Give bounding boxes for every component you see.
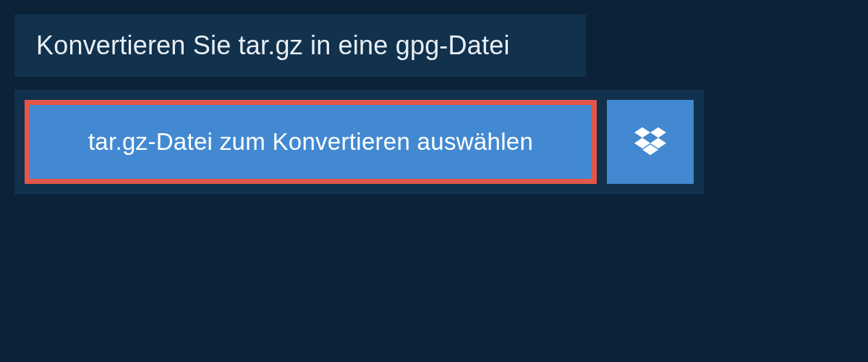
dropbox-icon <box>634 125 666 159</box>
page-heading-bar: Konvertieren Sie tar.gz in eine gpg-Date… <box>14 14 586 77</box>
page-title: Konvertieren Sie tar.gz in eine gpg-Date… <box>36 30 564 61</box>
select-file-label: tar.gz-Datei zum Konvertieren auswählen <box>88 128 533 156</box>
upload-panel: tar.gz-Datei zum Konvertieren auswählen <box>14 90 704 194</box>
dropbox-button[interactable] <box>607 100 694 184</box>
select-file-button[interactable]: tar.gz-Datei zum Konvertieren auswählen <box>30 105 592 179</box>
select-file-highlight-border: tar.gz-Datei zum Konvertieren auswählen <box>25 100 597 184</box>
